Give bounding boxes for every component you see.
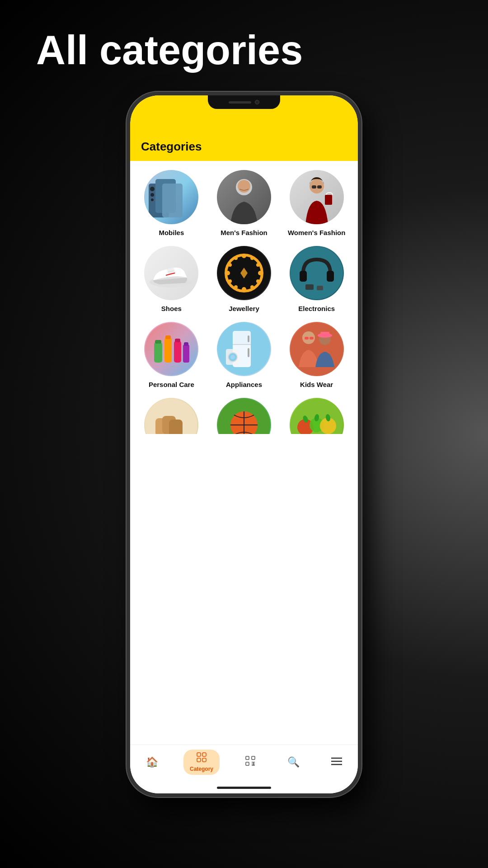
svg-rect-59	[320, 332, 329, 336]
category-label-kids-wear: Kids Wear	[300, 381, 333, 389]
category-label-mobiles: Mobiles	[159, 229, 184, 237]
svg-rect-34	[317, 286, 323, 290]
svg-rect-55	[305, 337, 309, 340]
svg-point-21	[256, 279, 260, 283]
category-item-electronics[interactable]: Electronics	[282, 246, 351, 313]
category-label-jewellery: Jewellery	[229, 305, 259, 313]
svg-rect-33	[305, 284, 314, 290]
svg-point-27	[228, 263, 232, 267]
home-icon: 🏠	[146, 756, 158, 768]
svg-rect-56	[310, 337, 314, 340]
svg-point-53	[291, 323, 343, 375]
svg-rect-77	[197, 758, 201, 762]
app-header-title: Categories	[141, 140, 202, 153]
category-circle-electronics	[290, 246, 344, 300]
home-indicator	[130, 784, 358, 793]
svg-rect-38	[174, 341, 181, 363]
svg-point-28	[234, 256, 238, 260]
category-circle-personalcare	[144, 322, 198, 376]
svg-rect-75	[197, 753, 201, 756]
category-circle-bread	[144, 398, 198, 434]
nav-item-home[interactable]: 🏠	[140, 754, 164, 771]
home-bar	[217, 787, 271, 789]
category-circle-mobiles	[144, 170, 198, 224]
svg-rect-41	[165, 335, 171, 339]
svg-rect-42	[175, 339, 180, 342]
app-header: Categories	[130, 136, 358, 161]
svg-rect-81	[246, 762, 249, 765]
svg-rect-11	[325, 195, 332, 205]
svg-rect-32	[327, 271, 334, 282]
category-item-womens-fashion[interactable]: Women's Fashion	[282, 170, 351, 237]
svg-rect-40	[155, 340, 161, 344]
camera	[255, 100, 259, 104]
svg-rect-48	[248, 335, 249, 342]
notch	[208, 95, 280, 109]
svg-point-4	[150, 193, 154, 197]
category-label-womens-fashion: Women's Fashion	[288, 229, 345, 237]
category-item-mobiles[interactable]: Mobiles	[137, 170, 206, 237]
power-button	[361, 231, 361, 285]
svg-rect-43	[184, 342, 188, 346]
page-title: All categories	[0, 27, 303, 74]
svg-point-18	[250, 256, 254, 260]
svg-point-22	[250, 285, 254, 289]
nav-item-scan[interactable]	[239, 753, 262, 772]
category-item-sports[interactable]: Sports	[210, 398, 278, 434]
svg-point-30	[291, 247, 343, 299]
notch-area	[130, 95, 358, 136]
category-item-bread[interactable]: Bread	[137, 398, 206, 434]
nav-item-menu[interactable]	[325, 754, 348, 771]
svg-rect-10	[317, 185, 322, 189]
svg-point-23	[242, 287, 246, 292]
category-circle-mens	[217, 170, 271, 224]
svg-rect-2	[162, 184, 183, 217]
category-circle-kidswear	[290, 322, 344, 376]
svg-point-3	[150, 187, 155, 191]
category-label-electronics: Electronics	[298, 305, 335, 313]
bottom-nav: 🏠 Category	[130, 745, 358, 784]
category-item-jewellery[interactable]: Jewellery	[210, 246, 278, 313]
category-icon	[197, 752, 206, 765]
svg-point-24	[234, 285, 238, 289]
screen-content[interactable]: Mobiles Men's Fashion	[130, 161, 358, 745]
category-circle-grocery	[290, 398, 344, 434]
category-item-appliances[interactable]: Appliances	[210, 322, 278, 389]
svg-rect-31	[300, 271, 307, 282]
category-grid: Mobiles Men's Fashion	[137, 170, 351, 443]
category-circle-appliances	[217, 322, 271, 376]
category-circle-jewellery	[217, 246, 271, 300]
svg-rect-63	[169, 420, 183, 434]
category-label-personal-care: Personal Care	[149, 381, 194, 389]
phone-shell: Categories	[127, 92, 361, 797]
svg-point-52	[230, 355, 235, 359]
svg-point-5	[151, 198, 154, 201]
scan-icon	[245, 755, 256, 769]
category-label-shoes: Shoes	[161, 305, 182, 313]
speaker	[229, 101, 251, 104]
nav-item-category[interactable]: Category	[183, 750, 220, 775]
category-item-personal-care[interactable]: Personal Care	[137, 322, 206, 389]
svg-rect-36	[154, 342, 162, 363]
category-item-kids-wear[interactable]: Kids Wear	[282, 322, 351, 389]
svg-rect-80	[252, 756, 255, 760]
volume-down-button	[127, 267, 127, 303]
svg-point-17	[242, 254, 246, 258]
category-item-shoes[interactable]: Shoes	[137, 246, 206, 313]
category-circle-womens	[290, 170, 344, 224]
svg-rect-39	[183, 344, 189, 363]
category-item-grocery[interactable]: Grocery	[282, 398, 351, 434]
svg-point-25	[228, 279, 232, 283]
svg-point-19	[256, 263, 260, 267]
nav-item-search[interactable]: 🔍	[281, 754, 306, 771]
svg-rect-37	[164, 338, 172, 363]
svg-rect-49	[248, 348, 249, 357]
volume-up-button	[127, 222, 127, 258]
category-item-mens-fashion[interactable]: Men's Fashion	[210, 170, 278, 237]
category-label-appliances: Appliances	[226, 381, 262, 389]
svg-rect-78	[202, 758, 206, 762]
category-circle-sports	[217, 398, 271, 434]
category-circle-shoes	[144, 246, 198, 300]
svg-point-20	[258, 271, 263, 275]
menu-icon	[331, 756, 342, 768]
